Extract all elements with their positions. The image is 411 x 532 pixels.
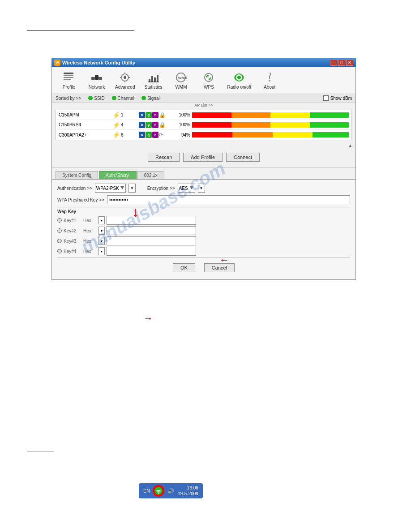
maximize-button[interactable]: □ xyxy=(338,60,345,66)
signal-orange xyxy=(231,112,271,118)
auth-dropdown-arrow[interactable]: ▼ xyxy=(128,184,136,193)
svg-text:WMM: WMM xyxy=(178,76,187,80)
cancel-button[interactable]: Cancel xyxy=(204,263,235,272)
channel-cell: 1 xyxy=(121,112,139,117)
svg-rect-2 xyxy=(64,77,73,78)
clock: 16:06 19-5-2009 xyxy=(178,485,198,497)
key2-type-dropdown[interactable]: ▼ xyxy=(98,227,105,235)
toolbar-statistics[interactable]: Statistics xyxy=(140,69,167,92)
toolbar-radio-onoff[interactable]: Radio on/off xyxy=(223,69,255,92)
advanced-icon xyxy=(118,71,132,84)
statistics-icon xyxy=(146,71,160,84)
encryption-select[interactable]: AES xyxy=(178,184,195,193)
table-row[interactable]: C300APRA2+ ⚡ 6 b g n ⟳ 94% xyxy=(56,130,351,140)
toolbar-wps[interactable]: WPS xyxy=(195,69,222,92)
close-button[interactable]: ✕ xyxy=(346,60,353,66)
tab-dot1x[interactable]: 802.1x xyxy=(137,171,164,179)
minimize-button[interactable]: ─ xyxy=(330,60,337,66)
key3-type-dropdown[interactable]: ▼ xyxy=(98,237,105,245)
key2-radio[interactable] xyxy=(57,228,62,233)
toolbar-profile[interactable]: Profile xyxy=(56,69,82,92)
key4-input[interactable] xyxy=(107,247,196,256)
badge-g: g xyxy=(146,132,152,138)
signal-pct: 100% xyxy=(175,112,190,117)
advanced-label: Advanced xyxy=(115,85,135,90)
wireless-tray-icon[interactable] xyxy=(154,486,163,496)
toolbar-wmm[interactable]: WMM WMM xyxy=(167,69,194,92)
show-dbm-checkbox[interactable] xyxy=(323,95,329,101)
toolbar-about[interactable]: About xyxy=(256,69,283,92)
key3-input[interactable] xyxy=(107,236,196,245)
protocol-icons: b g n ⟳ xyxy=(139,132,175,138)
key1-input[interactable] xyxy=(107,216,196,225)
encryption-dropdown-arrow[interactable]: ▼ xyxy=(198,184,205,193)
wpa-key-input[interactable] xyxy=(107,195,350,204)
wep-key-1-row: Key#1 Hex ▼ xyxy=(57,216,350,225)
channel-dot xyxy=(112,96,116,100)
separator xyxy=(52,167,355,167)
key1-type: Hex xyxy=(83,218,97,223)
lock-icon: 🔒 xyxy=(159,122,166,128)
svg-rect-1 xyxy=(64,75,73,76)
top-lines xyxy=(27,28,134,31)
wmm-label: WMM xyxy=(175,85,187,90)
about-label: About xyxy=(264,85,275,90)
ok-button[interactable]: OK xyxy=(173,263,195,272)
signal-dot xyxy=(141,96,146,100)
toolbar-network[interactable]: Network xyxy=(83,69,110,92)
title-controls: ─ □ ✕ xyxy=(330,60,353,66)
badge-b: b xyxy=(139,112,145,118)
ap-table: C150APM ⚡ 1 b g n 🔒 100% xyxy=(56,110,352,140)
bottom-buttons: OK Cancel xyxy=(57,260,350,276)
lang-label: EN xyxy=(143,488,150,493)
svg-point-24 xyxy=(237,76,241,79)
connect-button[interactable]: Connect xyxy=(226,153,260,162)
add-profile-button[interactable]: Add Profile xyxy=(183,153,223,162)
auth-encry-panel: Authentication >> WPA2-PSK ▼ Encryption … xyxy=(52,180,355,279)
key2-input[interactable] xyxy=(107,226,196,235)
scroll-arrow[interactable]: ▲ xyxy=(52,142,355,149)
lock-icon: 🔒 xyxy=(159,112,166,118)
ap-list-header: Sorted by >> SSID Channel Signal Show dB… xyxy=(52,94,355,103)
svg-rect-16 xyxy=(151,76,153,82)
wps-icon xyxy=(202,71,215,84)
taskbar: EN 🔊 16:06 19-5-2009 xyxy=(139,483,203,498)
tab-system-config[interactable]: System Config xyxy=(56,171,98,179)
rescan-button[interactable]: Rescan xyxy=(148,153,180,162)
toolbar-advanced[interactable]: Advanced xyxy=(111,69,139,92)
action-buttons: Rescan Add Profile Connect xyxy=(52,149,355,165)
window-title: Wireless Network Config Utility xyxy=(62,60,135,65)
key3-radio[interactable] xyxy=(57,239,62,243)
signal-green xyxy=(313,132,349,137)
key1-radio[interactable] xyxy=(57,218,62,223)
table-row[interactable]: C150APM ⚡ 1 b g n 🔒 100% xyxy=(56,110,351,120)
signal-bar xyxy=(192,122,349,128)
badge-n: n xyxy=(152,112,158,118)
wps-label: WPS xyxy=(204,85,214,90)
signal-orange xyxy=(231,122,271,128)
signal-yellow xyxy=(273,132,313,137)
wep-key-2-row: Key#2 Hex ▼ xyxy=(57,226,350,235)
svg-point-26 xyxy=(158,493,159,494)
tab-auth-encry[interactable]: Auth.\Encry. xyxy=(99,171,137,179)
wpa-key-label: WPA Preshared Key >> xyxy=(57,197,104,202)
ssid-dot xyxy=(88,96,93,100)
badge-g: g xyxy=(146,122,152,128)
show-dbm-area: Show dBm xyxy=(323,95,352,101)
arrow-right-annotation: → xyxy=(143,313,153,324)
protocol-icons: b g n 🔒 xyxy=(139,122,175,128)
signal-bar xyxy=(192,112,349,118)
ssid-cell: C150APM xyxy=(59,112,112,117)
network-label: Network xyxy=(89,85,105,90)
table-row[interactable]: C150BRS4 ⚡ 4 b g n 🔒 100% xyxy=(56,120,351,130)
title-bar: W Wireless Network Config Utility ─ □ ✕ xyxy=(51,58,356,67)
key4-type-dropdown[interactable]: ▼ xyxy=(98,247,105,255)
svg-rect-18 xyxy=(157,75,158,82)
key2-type: Hex xyxy=(83,228,97,233)
key4-radio[interactable] xyxy=(57,249,62,253)
auth-select[interactable]: WPA2-PSK xyxy=(95,184,126,193)
refresh-icon: ⟳ xyxy=(159,132,163,138)
key1-type-dropdown[interactable]: ▼ xyxy=(98,216,105,224)
signal-yellow xyxy=(270,122,310,128)
encryption-label: Encryption >> xyxy=(147,186,175,191)
